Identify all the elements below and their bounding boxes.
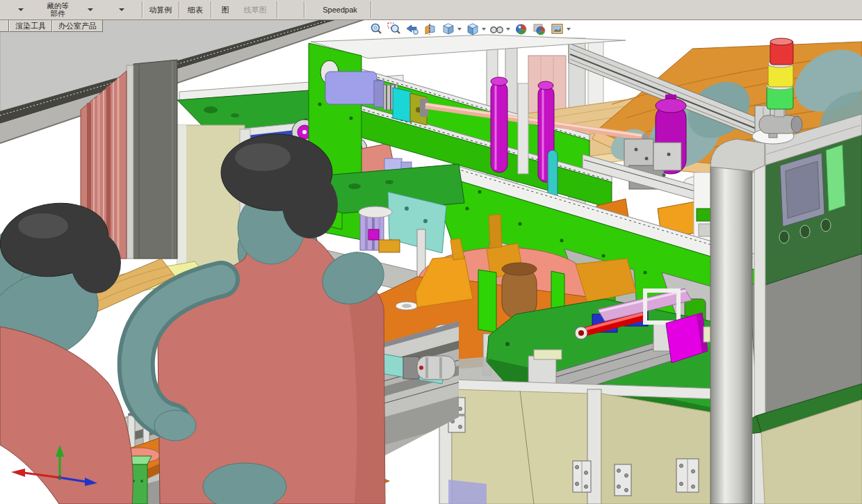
dropdown-button-1[interactable]	[15, 0, 26, 19]
display-style-dropdown[interactable]	[482, 28, 486, 31]
zoom-to-fit-icon[interactable]	[368, 22, 384, 37]
section-view-icon[interactable]	[423, 22, 438, 37]
commandmanager-tabs: 渲染工具 办公室产品	[0, 19, 103, 32]
tab-stub	[0, 19, 9, 32]
tab-render-tools[interactable]: 渲染工具	[9, 19, 52, 32]
chevron-down-icon	[18, 8, 24, 11]
toolbar-separator	[211, 1, 212, 18]
chevron-down-icon	[119, 8, 124, 11]
edit-appearance-icon[interactable]	[514, 22, 529, 37]
view-orientation-dropdown[interactable]	[457, 28, 462, 31]
toolbar-separator	[179, 1, 180, 18]
lower-cabinet-doors[interactable]	[431, 379, 737, 504]
toolbar-separator	[304, 1, 305, 18]
toolbar-separator	[142, 1, 143, 18]
dropdown-button-2[interactable]	[85, 0, 96, 19]
display-style-icon[interactable]	[465, 22, 480, 37]
panel-button[interactable]	[821, 219, 831, 231]
motion-study-button[interactable]: 动算例	[145, 0, 177, 19]
speedpak-button[interactable]: Speedpak	[314, 0, 366, 19]
door-hinge	[573, 461, 591, 492]
heads-up-view-toolbar	[367, 21, 573, 38]
chevron-down-icon	[88, 8, 93, 11]
view-orientation-icon[interactable]	[441, 22, 456, 37]
door-hinge	[615, 464, 631, 496]
control-cabinet[interactable]	[710, 114, 862, 504]
zoom-to-area-icon[interactable]	[387, 22, 402, 37]
command-bar: 藏的等 部件 动算例 细表 图 线草图 Speedpak	[0, 0, 862, 20]
scene-canvas[interactable]	[0, 19, 862, 504]
solidworks-window: 藏的等 部件 动算例 细表 图 线草图 Speedpak 渲染工具 办公室产品	[0, 0, 862, 504]
hide-show-items-icon[interactable]	[489, 22, 505, 37]
view-settings-dropdown[interactable]	[567, 28, 571, 31]
view-settings-icon[interactable]	[550, 22, 565, 37]
door-hinge	[676, 459, 699, 492]
apply-scene-icon[interactable]	[532, 22, 547, 37]
corner-post-cylinder[interactable]	[710, 167, 752, 504]
hidden-components-button[interactable]: 藏的等 部件	[36, 0, 79, 19]
hide-show-items-dropdown[interactable]	[506, 28, 510, 31]
dropdown-button-3[interactable]	[116, 0, 127, 19]
previous-view-icon[interactable]	[405, 22, 420, 37]
drawing-button[interactable]: 图	[217, 0, 234, 19]
toolbar-separator	[371, 1, 372, 18]
detail-table-button[interactable]: 细表	[183, 0, 208, 19]
hidden-components-label-2: 部件	[51, 10, 65, 17]
panel-button[interactable]	[800, 225, 810, 238]
line-sketch-button[interactable]: 线草图	[238, 0, 273, 19]
panel-button[interactable]	[779, 231, 789, 243]
toolbar-separator	[277, 1, 278, 18]
tab-office-products[interactable]: 办公室产品	[52, 19, 103, 32]
3d-viewport[interactable]: 渲染工具 办公室产品	[0, 19, 862, 504]
